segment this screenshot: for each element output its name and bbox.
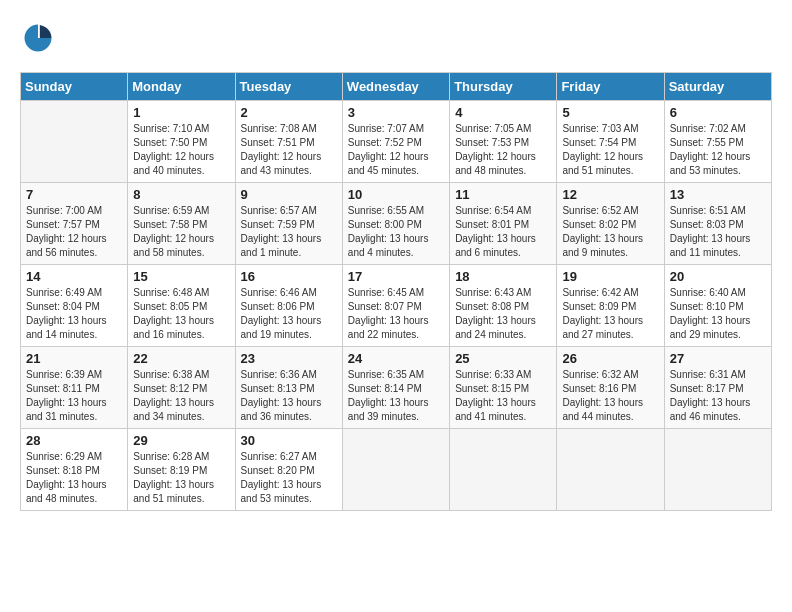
weekday-header: Sunday (21, 73, 128, 101)
day-number: 9 (241, 187, 337, 202)
day-number: 13 (670, 187, 766, 202)
day-number: 30 (241, 433, 337, 448)
day-number: 8 (133, 187, 229, 202)
day-info: Sunrise: 6:32 AMSunset: 8:16 PMDaylight:… (562, 368, 658, 424)
day-number: 11 (455, 187, 551, 202)
calendar-cell: 8Sunrise: 6:59 AMSunset: 7:58 PMDaylight… (128, 183, 235, 265)
day-number: 17 (348, 269, 444, 284)
day-number: 20 (670, 269, 766, 284)
day-number: 15 (133, 269, 229, 284)
weekday-header: Wednesday (342, 73, 449, 101)
weekday-header: Friday (557, 73, 664, 101)
calendar-cell (342, 429, 449, 511)
calendar-header-row: SundayMondayTuesdayWednesdayThursdayFrid… (21, 73, 772, 101)
day-info: Sunrise: 6:43 AMSunset: 8:08 PMDaylight:… (455, 286, 551, 342)
day-info: Sunrise: 7:05 AMSunset: 7:53 PMDaylight:… (455, 122, 551, 178)
calendar-cell: 20Sunrise: 6:40 AMSunset: 8:10 PMDayligh… (664, 265, 771, 347)
day-number: 19 (562, 269, 658, 284)
day-info: Sunrise: 6:38 AMSunset: 8:12 PMDaylight:… (133, 368, 229, 424)
day-number: 18 (455, 269, 551, 284)
day-info: Sunrise: 6:52 AMSunset: 8:02 PMDaylight:… (562, 204, 658, 260)
day-info: Sunrise: 6:59 AMSunset: 7:58 PMDaylight:… (133, 204, 229, 260)
day-info: Sunrise: 6:51 AMSunset: 8:03 PMDaylight:… (670, 204, 766, 260)
calendar-cell: 26Sunrise: 6:32 AMSunset: 8:16 PMDayligh… (557, 347, 664, 429)
day-info: Sunrise: 6:57 AMSunset: 7:59 PMDaylight:… (241, 204, 337, 260)
day-info: Sunrise: 7:02 AMSunset: 7:55 PMDaylight:… (670, 122, 766, 178)
day-number: 12 (562, 187, 658, 202)
day-info: Sunrise: 6:39 AMSunset: 8:11 PMDaylight:… (26, 368, 122, 424)
calendar-cell: 7Sunrise: 7:00 AMSunset: 7:57 PMDaylight… (21, 183, 128, 265)
day-number: 23 (241, 351, 337, 366)
calendar-week-row: 1Sunrise: 7:10 AMSunset: 7:50 PMDaylight… (21, 101, 772, 183)
day-number: 14 (26, 269, 122, 284)
weekday-header: Tuesday (235, 73, 342, 101)
day-info: Sunrise: 6:45 AMSunset: 8:07 PMDaylight:… (348, 286, 444, 342)
day-info: Sunrise: 6:28 AMSunset: 8:19 PMDaylight:… (133, 450, 229, 506)
day-number: 22 (133, 351, 229, 366)
day-info: Sunrise: 6:29 AMSunset: 8:18 PMDaylight:… (26, 450, 122, 506)
day-number: 26 (562, 351, 658, 366)
day-info: Sunrise: 6:40 AMSunset: 8:10 PMDaylight:… (670, 286, 766, 342)
calendar-cell (450, 429, 557, 511)
calendar-cell: 11Sunrise: 6:54 AMSunset: 8:01 PMDayligh… (450, 183, 557, 265)
calendar-cell: 15Sunrise: 6:48 AMSunset: 8:05 PMDayligh… (128, 265, 235, 347)
calendar-cell (557, 429, 664, 511)
day-info: Sunrise: 6:49 AMSunset: 8:04 PMDaylight:… (26, 286, 122, 342)
day-info: Sunrise: 7:07 AMSunset: 7:52 PMDaylight:… (348, 122, 444, 178)
day-number: 27 (670, 351, 766, 366)
day-info: Sunrise: 6:33 AMSunset: 8:15 PMDaylight:… (455, 368, 551, 424)
calendar-table: SundayMondayTuesdayWednesdayThursdayFrid… (20, 72, 772, 511)
calendar-cell: 1Sunrise: 7:10 AMSunset: 7:50 PMDaylight… (128, 101, 235, 183)
calendar-cell: 24Sunrise: 6:35 AMSunset: 8:14 PMDayligh… (342, 347, 449, 429)
weekday-header: Saturday (664, 73, 771, 101)
calendar-cell (21, 101, 128, 183)
day-number: 7 (26, 187, 122, 202)
calendar-cell: 19Sunrise: 6:42 AMSunset: 8:09 PMDayligh… (557, 265, 664, 347)
calendar-cell: 6Sunrise: 7:02 AMSunset: 7:55 PMDaylight… (664, 101, 771, 183)
day-number: 1 (133, 105, 229, 120)
calendar-cell: 30Sunrise: 6:27 AMSunset: 8:20 PMDayligh… (235, 429, 342, 511)
day-info: Sunrise: 6:54 AMSunset: 8:01 PMDaylight:… (455, 204, 551, 260)
calendar-cell: 27Sunrise: 6:31 AMSunset: 8:17 PMDayligh… (664, 347, 771, 429)
calendar-body: 1Sunrise: 7:10 AMSunset: 7:50 PMDaylight… (21, 101, 772, 511)
day-info: Sunrise: 6:46 AMSunset: 8:06 PMDaylight:… (241, 286, 337, 342)
page-header (20, 20, 772, 56)
calendar-cell: 25Sunrise: 6:33 AMSunset: 8:15 PMDayligh… (450, 347, 557, 429)
calendar-cell: 4Sunrise: 7:05 AMSunset: 7:53 PMDaylight… (450, 101, 557, 183)
calendar-cell: 3Sunrise: 7:07 AMSunset: 7:52 PMDaylight… (342, 101, 449, 183)
day-info: Sunrise: 6:48 AMSunset: 8:05 PMDaylight:… (133, 286, 229, 342)
day-number: 4 (455, 105, 551, 120)
weekday-header: Monday (128, 73, 235, 101)
day-number: 28 (26, 433, 122, 448)
calendar-cell: 5Sunrise: 7:03 AMSunset: 7:54 PMDaylight… (557, 101, 664, 183)
day-number: 10 (348, 187, 444, 202)
calendar-cell (664, 429, 771, 511)
day-number: 24 (348, 351, 444, 366)
day-number: 25 (455, 351, 551, 366)
calendar-cell: 22Sunrise: 6:38 AMSunset: 8:12 PMDayligh… (128, 347, 235, 429)
day-info: Sunrise: 7:10 AMSunset: 7:50 PMDaylight:… (133, 122, 229, 178)
calendar-week-row: 14Sunrise: 6:49 AMSunset: 8:04 PMDayligh… (21, 265, 772, 347)
day-info: Sunrise: 7:03 AMSunset: 7:54 PMDaylight:… (562, 122, 658, 178)
day-info: Sunrise: 6:36 AMSunset: 8:13 PMDaylight:… (241, 368, 337, 424)
day-info: Sunrise: 6:42 AMSunset: 8:09 PMDaylight:… (562, 286, 658, 342)
calendar-cell: 23Sunrise: 6:36 AMSunset: 8:13 PMDayligh… (235, 347, 342, 429)
calendar-cell: 10Sunrise: 6:55 AMSunset: 8:00 PMDayligh… (342, 183, 449, 265)
calendar-week-row: 21Sunrise: 6:39 AMSunset: 8:11 PMDayligh… (21, 347, 772, 429)
day-info: Sunrise: 7:08 AMSunset: 7:51 PMDaylight:… (241, 122, 337, 178)
calendar-cell: 18Sunrise: 6:43 AMSunset: 8:08 PMDayligh… (450, 265, 557, 347)
calendar-cell: 12Sunrise: 6:52 AMSunset: 8:02 PMDayligh… (557, 183, 664, 265)
logo (20, 20, 60, 56)
calendar-cell: 29Sunrise: 6:28 AMSunset: 8:19 PMDayligh… (128, 429, 235, 511)
day-number: 6 (670, 105, 766, 120)
calendar-cell: 16Sunrise: 6:46 AMSunset: 8:06 PMDayligh… (235, 265, 342, 347)
day-number: 29 (133, 433, 229, 448)
calendar-cell: 17Sunrise: 6:45 AMSunset: 8:07 PMDayligh… (342, 265, 449, 347)
day-info: Sunrise: 6:31 AMSunset: 8:17 PMDaylight:… (670, 368, 766, 424)
day-number: 21 (26, 351, 122, 366)
day-number: 5 (562, 105, 658, 120)
calendar-week-row: 28Sunrise: 6:29 AMSunset: 8:18 PMDayligh… (21, 429, 772, 511)
calendar-cell: 21Sunrise: 6:39 AMSunset: 8:11 PMDayligh… (21, 347, 128, 429)
calendar-cell: 9Sunrise: 6:57 AMSunset: 7:59 PMDaylight… (235, 183, 342, 265)
day-info: Sunrise: 6:27 AMSunset: 8:20 PMDaylight:… (241, 450, 337, 506)
